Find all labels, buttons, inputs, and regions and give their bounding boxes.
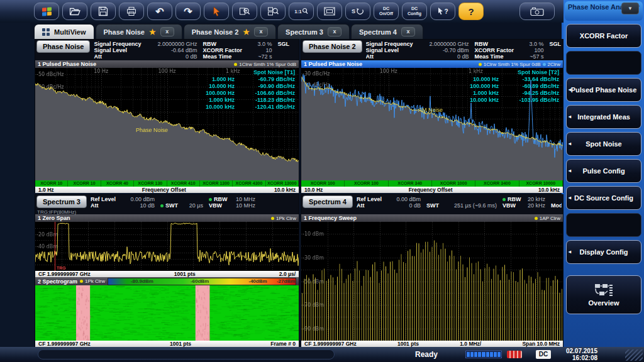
trace-dot-icon xyxy=(234,63,237,66)
zoom-area-button[interactable] xyxy=(232,3,257,20)
zoom-one-to-one-button[interactable]: 1:1 xyxy=(289,3,314,20)
channel-button-phase-noise[interactable]: Phase Noise xyxy=(36,40,90,53)
undo-button[interactable]: ↶ xyxy=(147,3,172,20)
fs-span: Span 10.0 MHz xyxy=(522,341,560,347)
softkey-spot-noise[interactable]: ◂Spot Noise xyxy=(566,132,641,156)
freq-sweep-titlebar[interactable]: 1 Frequency Sweep 1AP Clrw xyxy=(301,214,563,222)
submenu-arrow-icon: ◂ xyxy=(569,86,571,94)
context-help-button[interactable]: ? xyxy=(430,3,455,20)
trigger-note: TRG:IFP(80MHz) xyxy=(36,208,87,215)
softkey-label: XCORR Factor xyxy=(580,32,628,40)
softkey-integrated-meas[interactable]: ◂Integrated Meas xyxy=(566,105,641,129)
one-to-one-label: 1:1 xyxy=(294,9,302,14)
screenshot-button[interactable] xyxy=(519,3,555,20)
freq-sweep-x-axis: CF 1.999999997 GHz 1001 pts 1.0 MHz/ Spa… xyxy=(301,341,563,347)
trace-legend-text: 1AP Clrw xyxy=(540,216,560,221)
save-button[interactable] xyxy=(91,3,116,20)
frequency-sweep-graph[interactable] xyxy=(301,222,563,341)
channel-button-spectrum-3[interactable]: Spectrum 3 xyxy=(36,195,87,208)
softkey-dc-source-config[interactable]: ◂DC Source Config xyxy=(566,186,641,210)
dc-onoff-button[interactable]: DCOn/Off xyxy=(374,3,399,20)
submenu-arrow-icon: ◂ xyxy=(569,113,571,121)
channel-tab-bar: MultiViewPhase Noise★xPhase Noise 2★xSpe… xyxy=(30,23,562,39)
display-frame-button[interactable] xyxy=(317,3,342,20)
spectrogram-graph[interactable] xyxy=(35,285,299,341)
record-indicator-icon xyxy=(507,351,522,358)
camera-icon xyxy=(530,7,544,16)
help-cursor-icon xyxy=(437,7,444,16)
tab-phase-noise[interactable]: Phase Noise★x xyxy=(96,24,182,39)
magnifier-icon xyxy=(302,8,308,15)
tab-close-button[interactable]: x xyxy=(328,27,341,36)
trace-dot-icon xyxy=(271,217,274,220)
print-button[interactable] xyxy=(119,3,144,20)
window-phase-noise-2: Phase Noise 2 Signal Frequency2.0000000 … xyxy=(301,39,564,193)
pn1-x-start: 1.0 Hz xyxy=(38,187,54,193)
pn1-window-titlebar[interactable]: 1 Pulsed Phase Noise 1Clrw Smth 1% Spur … xyxy=(35,60,299,68)
spot-noise-table-t1: Spot Noise [T1]1.000 Hz-60.79 dBc/Hz10.0… xyxy=(191,69,295,111)
dc-indicator: DC xyxy=(536,350,551,359)
open-folder-icon xyxy=(69,6,80,16)
spectrum-3-header: Spectrum 3 TRG:IFP(80MHz) Ref Level0.00 … xyxy=(35,195,299,214)
softkey-label: Pulse Config xyxy=(582,167,625,175)
pn1-trace-legend: 1Clrw Smth 1% Spur 0dB xyxy=(234,62,296,67)
softkey-label: Integrated Meas xyxy=(577,113,630,121)
softkey-blank xyxy=(566,213,641,237)
channel-button-spectrum-4[interactable]: Spectrum 4 xyxy=(303,195,353,208)
zoom-multiwindow-button[interactable] xyxy=(260,3,286,20)
zero-span-graph[interactable] xyxy=(35,222,299,271)
windows-logo-icon xyxy=(42,7,52,16)
tab-label: Phase Noise xyxy=(104,28,145,36)
softkey-overview[interactable]: Overview xyxy=(566,275,641,314)
softkey-pulse-config[interactable]: ◂Pulse Config xyxy=(566,159,641,183)
tab-close-button[interactable]: x xyxy=(401,27,415,36)
pn2-window-titlebar[interactable]: 1 Pulsed Phase Noise 1Clrw Smth 1% Spur … xyxy=(301,60,563,68)
cursor-icon xyxy=(211,6,221,16)
softkey-pulsed-phase-noise[interactable]: ◂Pulsed Phase Noise xyxy=(566,78,641,102)
softkey-display-config[interactable]: ◂Display Config xyxy=(566,240,641,264)
redo-button[interactable]: ↷ xyxy=(175,3,201,20)
phase-noise-2-settings: Signal Frequency2.0000000 GHzRBW3.0 %SGL… xyxy=(366,40,562,60)
softkey-label: DC Source Config xyxy=(574,194,633,202)
windows-start-button[interactable] xyxy=(34,3,59,20)
tab-spectrum-4[interactable]: Spectrum 4x xyxy=(351,24,423,39)
channel-button-phase-noise-2[interactable]: Phase Noise 2 xyxy=(303,40,362,53)
tab-dropdown-button[interactable]: ▼ xyxy=(621,3,639,14)
sequencer-s-label: S xyxy=(352,8,355,14)
tab-multiview[interactable]: MultiView xyxy=(34,24,94,39)
tab-phase-noise-2[interactable]: Phase Noise 2★x xyxy=(184,24,276,39)
printer-icon xyxy=(126,6,136,16)
tab-label: Spectrum 4 xyxy=(359,28,397,36)
select-mode-button[interactable] xyxy=(204,3,229,20)
submenu-arrow-icon: ◂ xyxy=(569,248,571,256)
softkey-blank xyxy=(566,51,641,75)
pn2-x-label: Frequency Offset xyxy=(409,187,453,193)
help-question-icon: ? xyxy=(468,6,474,17)
context-help-qmark: ? xyxy=(444,8,448,15)
spot-noise-table-t2: Spot Noise [T2]10.000 Hz-33.64 dBc/Hz100… xyxy=(455,69,559,104)
softkey-label: Display Config xyxy=(579,248,628,256)
spectrogram-titlebar[interactable]: 2 Spectrogram 1Pk Clrw -80.9dBm-60dBm-40… xyxy=(35,277,299,285)
tab-close-button[interactable]: x xyxy=(254,27,268,36)
toolbar: ↶ ↷ 1:1 S DCOn/Off DCConfig ? xyxy=(0,0,564,23)
help-button[interactable]: ? xyxy=(458,3,484,20)
open-file-button[interactable] xyxy=(62,3,87,20)
zero-span-titlebar[interactable]: 1 Zero Span 1Pk Clrw xyxy=(35,214,299,222)
trace-dot-icon xyxy=(535,217,538,220)
phase-noise-trace-label: Phase Noise xyxy=(136,127,168,133)
pn1-x-stop: 10.0 kHz xyxy=(274,187,296,193)
tab-close-button[interactable]: x xyxy=(160,27,174,36)
undo-arrow-icon: ↶ xyxy=(155,6,164,18)
trace-legend-text: 1Clrw Smth 1% Spur 0dB xyxy=(239,62,296,67)
trace-legend-text: 1Clrw Smth 1% Spur 0dB xyxy=(484,62,541,67)
date-time-display: 02.07.2015 16:02:08 xyxy=(553,348,597,361)
spectrum-3-settings: Ref Level0.00 dBmRBW10 MHzAtt10 dBSWT20 … xyxy=(91,195,297,214)
dc-config-line2: Config xyxy=(408,11,421,16)
tab-spectrum-3[interactable]: Spectrum 3x xyxy=(277,24,350,39)
dc-config-line1: DC xyxy=(411,6,418,11)
spectrogram-title: 2 Spectrogram xyxy=(38,278,77,285)
sequencer-button[interactable]: S xyxy=(345,3,370,20)
softkey-xcorr-factor[interactable]: XCORR Factor xyxy=(566,24,641,48)
trigger-marker-label: TRG xyxy=(57,266,66,270)
dc-config-button[interactable]: DCConfig xyxy=(402,3,427,20)
